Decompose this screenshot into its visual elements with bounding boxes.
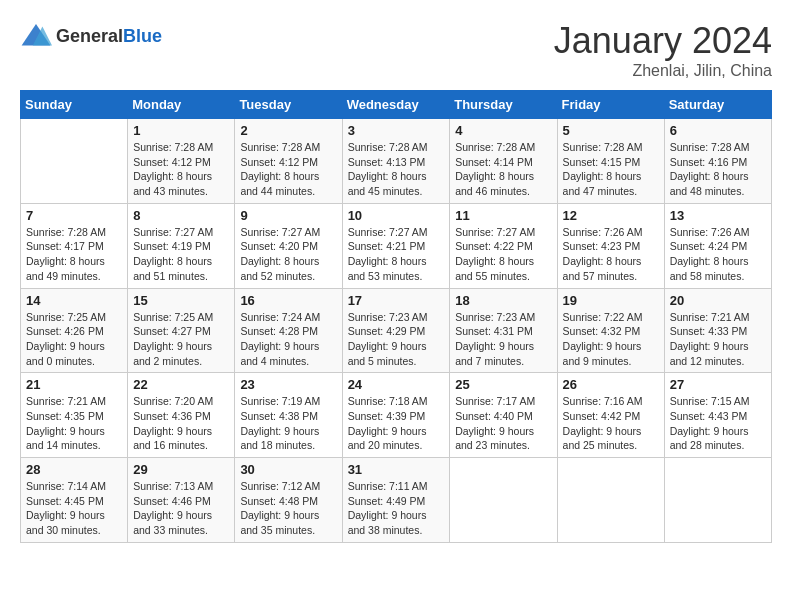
day-number: 22 [133,377,229,392]
calendar-cell: 29Sunrise: 7:13 AM Sunset: 4:46 PM Dayli… [128,458,235,543]
calendar-cell: 20Sunrise: 7:21 AM Sunset: 4:33 PM Dayli… [664,288,771,373]
day-number: 26 [563,377,659,392]
day-info: Sunrise: 7:22 AM Sunset: 4:32 PM Dayligh… [563,310,659,369]
day-header: Saturday [664,91,771,119]
day-number: 14 [26,293,122,308]
day-info: Sunrise: 7:16 AM Sunset: 4:42 PM Dayligh… [563,394,659,453]
day-number: 18 [455,293,551,308]
day-header: Wednesday [342,91,450,119]
day-info: Sunrise: 7:13 AM Sunset: 4:46 PM Dayligh… [133,479,229,538]
calendar-cell: 25Sunrise: 7:17 AM Sunset: 4:40 PM Dayli… [450,373,557,458]
calendar-cell: 28Sunrise: 7:14 AM Sunset: 4:45 PM Dayli… [21,458,128,543]
calendar-cell: 17Sunrise: 7:23 AM Sunset: 4:29 PM Dayli… [342,288,450,373]
title-block: January 2024 Zhenlai, Jilin, China [554,20,772,80]
calendar-week-row: 14Sunrise: 7:25 AM Sunset: 4:26 PM Dayli… [21,288,772,373]
calendar-cell: 30Sunrise: 7:12 AM Sunset: 4:48 PM Dayli… [235,458,342,543]
day-number: 3 [348,123,445,138]
calendar-week-row: 7Sunrise: 7:28 AM Sunset: 4:17 PM Daylig… [21,203,772,288]
day-info: Sunrise: 7:28 AM Sunset: 4:12 PM Dayligh… [240,140,336,199]
day-number: 21 [26,377,122,392]
day-info: Sunrise: 7:20 AM Sunset: 4:36 PM Dayligh… [133,394,229,453]
day-number: 17 [348,293,445,308]
calendar-cell: 6Sunrise: 7:28 AM Sunset: 4:16 PM Daylig… [664,119,771,204]
day-info: Sunrise: 7:25 AM Sunset: 4:27 PM Dayligh… [133,310,229,369]
day-number: 11 [455,208,551,223]
calendar-table: SundayMondayTuesdayWednesdayThursdayFrid… [20,90,772,543]
day-info: Sunrise: 7:28 AM Sunset: 4:14 PM Dayligh… [455,140,551,199]
calendar-cell: 31Sunrise: 7:11 AM Sunset: 4:49 PM Dayli… [342,458,450,543]
day-number: 1 [133,123,229,138]
calendar-cell: 23Sunrise: 7:19 AM Sunset: 4:38 PM Dayli… [235,373,342,458]
day-info: Sunrise: 7:11 AM Sunset: 4:49 PM Dayligh… [348,479,445,538]
day-number: 16 [240,293,336,308]
calendar-cell: 21Sunrise: 7:21 AM Sunset: 4:35 PM Dayli… [21,373,128,458]
day-number: 12 [563,208,659,223]
day-number: 19 [563,293,659,308]
logo-general: General [56,26,123,46]
day-number: 27 [670,377,766,392]
calendar-cell [664,458,771,543]
day-info: Sunrise: 7:25 AM Sunset: 4:26 PM Dayligh… [26,310,122,369]
day-number: 28 [26,462,122,477]
calendar-cell: 11Sunrise: 7:27 AM Sunset: 4:22 PM Dayli… [450,203,557,288]
day-number: 29 [133,462,229,477]
day-info: Sunrise: 7:14 AM Sunset: 4:45 PM Dayligh… [26,479,122,538]
calendar-cell [557,458,664,543]
location-subtitle: Zhenlai, Jilin, China [554,62,772,80]
day-header: Thursday [450,91,557,119]
day-number: 6 [670,123,766,138]
day-info: Sunrise: 7:23 AM Sunset: 4:31 PM Dayligh… [455,310,551,369]
day-number: 2 [240,123,336,138]
calendar-cell: 24Sunrise: 7:18 AM Sunset: 4:39 PM Dayli… [342,373,450,458]
calendar-cell: 2Sunrise: 7:28 AM Sunset: 4:12 PM Daylig… [235,119,342,204]
logo: GeneralBlue [20,20,162,52]
day-info: Sunrise: 7:21 AM Sunset: 4:35 PM Dayligh… [26,394,122,453]
calendar-cell: 7Sunrise: 7:28 AM Sunset: 4:17 PM Daylig… [21,203,128,288]
day-number: 5 [563,123,659,138]
day-number: 4 [455,123,551,138]
calendar-cell [21,119,128,204]
day-number: 30 [240,462,336,477]
day-info: Sunrise: 7:28 AM Sunset: 4:12 PM Dayligh… [133,140,229,199]
day-header: Tuesday [235,91,342,119]
calendar-cell: 4Sunrise: 7:28 AM Sunset: 4:14 PM Daylig… [450,119,557,204]
calendar-cell: 26Sunrise: 7:16 AM Sunset: 4:42 PM Dayli… [557,373,664,458]
month-title: January 2024 [554,20,772,62]
calendar-cell: 15Sunrise: 7:25 AM Sunset: 4:27 PM Dayli… [128,288,235,373]
logo-blue: Blue [123,26,162,46]
calendar-cell: 18Sunrise: 7:23 AM Sunset: 4:31 PM Dayli… [450,288,557,373]
calendar-cell: 3Sunrise: 7:28 AM Sunset: 4:13 PM Daylig… [342,119,450,204]
day-number: 15 [133,293,229,308]
calendar-cell [450,458,557,543]
day-info: Sunrise: 7:18 AM Sunset: 4:39 PM Dayligh… [348,394,445,453]
day-info: Sunrise: 7:24 AM Sunset: 4:28 PM Dayligh… [240,310,336,369]
day-number: 23 [240,377,336,392]
day-header: Friday [557,91,664,119]
calendar-cell: 8Sunrise: 7:27 AM Sunset: 4:19 PM Daylig… [128,203,235,288]
day-header: Monday [128,91,235,119]
day-info: Sunrise: 7:19 AM Sunset: 4:38 PM Dayligh… [240,394,336,453]
calendar-cell: 12Sunrise: 7:26 AM Sunset: 4:23 PM Dayli… [557,203,664,288]
day-info: Sunrise: 7:23 AM Sunset: 4:29 PM Dayligh… [348,310,445,369]
day-info: Sunrise: 7:28 AM Sunset: 4:15 PM Dayligh… [563,140,659,199]
day-header: Sunday [21,91,128,119]
day-info: Sunrise: 7:28 AM Sunset: 4:13 PM Dayligh… [348,140,445,199]
day-info: Sunrise: 7:26 AM Sunset: 4:23 PM Dayligh… [563,225,659,284]
calendar-cell: 13Sunrise: 7:26 AM Sunset: 4:24 PM Dayli… [664,203,771,288]
calendar-week-row: 28Sunrise: 7:14 AM Sunset: 4:45 PM Dayli… [21,458,772,543]
day-number: 7 [26,208,122,223]
calendar-week-row: 21Sunrise: 7:21 AM Sunset: 4:35 PM Dayli… [21,373,772,458]
calendar-cell: 10Sunrise: 7:27 AM Sunset: 4:21 PM Dayli… [342,203,450,288]
calendar-cell: 19Sunrise: 7:22 AM Sunset: 4:32 PM Dayli… [557,288,664,373]
day-number: 13 [670,208,766,223]
logo-icon [20,20,52,52]
day-info: Sunrise: 7:17 AM Sunset: 4:40 PM Dayligh… [455,394,551,453]
day-info: Sunrise: 7:27 AM Sunset: 4:20 PM Dayligh… [240,225,336,284]
calendar-cell: 16Sunrise: 7:24 AM Sunset: 4:28 PM Dayli… [235,288,342,373]
calendar-week-row: 1Sunrise: 7:28 AM Sunset: 4:12 PM Daylig… [21,119,772,204]
day-number: 25 [455,377,551,392]
day-info: Sunrise: 7:21 AM Sunset: 4:33 PM Dayligh… [670,310,766,369]
day-info: Sunrise: 7:26 AM Sunset: 4:24 PM Dayligh… [670,225,766,284]
day-number: 9 [240,208,336,223]
day-number: 10 [348,208,445,223]
